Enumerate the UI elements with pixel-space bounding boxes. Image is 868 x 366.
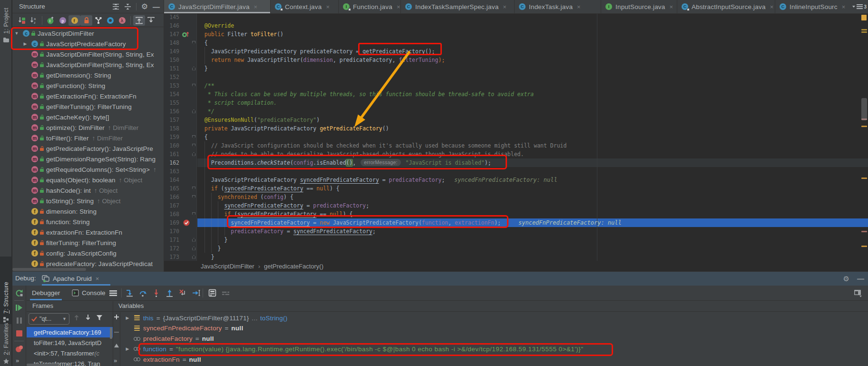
close-icon[interactable]: × (96, 275, 99, 282)
structure-node-javascriptdimfilter-string-string-ex[interactable]: mJavaScriptDimFilter(String, String, Ex (12, 59, 164, 70)
autoscroll-from-source-icon[interactable] (145, 15, 157, 26)
sort-by-visibility-icon[interactable] (16, 15, 28, 26)
structure-node-dimension-string[interactable]: fdimension: String (12, 206, 164, 217)
variable-row-this[interactable]: ▶this={JavaScriptDimFilter@11171} … toSt… (121, 313, 868, 323)
editor-tab-indextasksamplerspec-java[interactable]: CIndexTaskSamplerSpec.java× (401, 0, 515, 13)
breakpoint-hit-icon[interactable] (183, 219, 190, 226)
show-non-public-icon[interactable] (80, 15, 92, 26)
more-icon[interactable]: » (16, 357, 18, 364)
show-properties-icon[interactable]: p (57, 15, 68, 26)
fold-marker-icon[interactable] (192, 144, 195, 148)
expand-arrow-icon[interactable]: ▶ (125, 316, 130, 320)
show-execution-point-icon[interactable] (126, 289, 134, 297)
run-to-cursor-icon[interactable] (192, 289, 200, 297)
hidden-tabs-button[interactable]: 3 (850, 0, 867, 13)
show-fields-icon[interactable]: f (68, 15, 80, 26)
structure-node-optimize-dimfilter[interactable]: moptimize(): DimFilter↑ DimFilter (12, 122, 164, 133)
tab-debugger[interactable]: Debugger (32, 286, 60, 300)
variable-row-function[interactable]: ▶function="function(value) {java.lang.Ru… (121, 344, 868, 354)
up-triangle-icon[interactable] (114, 343, 119, 348)
stop-icon[interactable] (15, 329, 23, 337)
close-icon[interactable]: × (397, 3, 400, 10)
editor-tab-indextask-java[interactable]: CIndexTask.java× (515, 0, 601, 13)
stripe-button-favorites[interactable]: 2: Favorites (0, 328, 12, 366)
close-icon[interactable]: × (842, 3, 846, 10)
error-stripe-mark[interactable] (861, 246, 867, 247)
sort-alphabetically-icon[interactable]: az (28, 15, 39, 26)
frame-row-2[interactable]: toFilter:149, JavaScriptD (27, 337, 113, 348)
fold-marker-icon[interactable] (192, 255, 195, 259)
step-over-icon[interactable] (139, 289, 147, 297)
expanded-arrow-icon[interactable]: ▼ (14, 31, 19, 36)
fold-marker-icon[interactable] (192, 41, 195, 45)
structure-node-hashcode-int[interactable]: mhashCode(): int↑ Object (12, 185, 164, 196)
fold-marker-icon[interactable] (192, 238, 195, 242)
show-inherited-icon[interactable]: I (45, 15, 57, 26)
fold-marker-icon[interactable] (192, 195, 195, 199)
inspections-indicator[interactable] (861, 15, 867, 20)
thread-selector-dropdown[interactable]: "qt... ▼ (29, 313, 69, 325)
restore-layout-icon[interactable] (854, 289, 862, 297)
close-icon[interactable]: × (326, 3, 330, 10)
close-icon[interactable]: × (503, 3, 507, 10)
stripe-button-project[interactable]: 1: Project (0, 1, 12, 45)
editor-tab-context-java[interactable]: CContext.java× (271, 0, 339, 13)
structure-node-predicatefactory-javascriptpredicat[interactable]: fpredicateFactory: JavaScriptPredicat (12, 258, 164, 267)
editor-tab-inlineinputsourc[interactable]: CInlineInputSourc× (775, 0, 855, 13)
frame-row-3[interactable]: <init>:57, Transformer (c (27, 348, 113, 358)
fold-marker-icon[interactable] (192, 212, 195, 216)
breadcrumb-method[interactable]: getPredicateFactory() (264, 263, 323, 270)
structure-node-getfunction-string[interactable]: mgetFunction(): String (12, 80, 164, 91)
hide-icon[interactable]: — (153, 3, 160, 11)
editor-tab-function-java[interactable]: IFunction.java× (339, 0, 401, 13)
structure-node-getextractionfn-extractionfn[interactable]: mgetExtractionFn(): ExtractionFn (12, 91, 164, 101)
structure-node-getdimensionrangeset-string-rang[interactable]: mgetDimensionRangeSet(String): Rang (12, 154, 164, 164)
pause-icon[interactable] (15, 317, 23, 325)
rerun-icon[interactable] (15, 289, 23, 297)
editor-tab-abstractinputsource-java[interactable]: CAbstractInputSource.java× (677, 0, 775, 13)
editor-tab-inputsource-java[interactable]: IInputSource.java× (601, 0, 677, 13)
down-icon[interactable] (85, 314, 91, 321)
hide-icon[interactable]: — (857, 275, 864, 283)
structure-node-getfiltertuning-filtertuning[interactable]: mgetFilterTuning(): FilterTuning (12, 101, 164, 112)
debug-session-tab[interactable]: Apache Druid × (42, 272, 110, 286)
structure-node-config-javascriptconfig[interactable]: fconfig: JavaScriptConfig (12, 248, 164, 258)
collapse-all-icon[interactable] (124, 3, 131, 10)
settings-gear-icon[interactable]: ⚙ (141, 3, 148, 10)
resume-icon[interactable] (15, 304, 23, 312)
editor-scrollbar-thumb[interactable] (861, 98, 867, 120)
drop-frame-icon[interactable] (179, 289, 187, 297)
structure-node-function-string[interactable]: ffunction: String (12, 217, 164, 227)
evaluate-expression-icon[interactable] (208, 289, 216, 297)
structure-node-getpredicatefactory-javascriptpre[interactable]: mgetPredicateFactory(): JavaScriptPre (12, 143, 164, 154)
structure-node-getdimension-string[interactable]: mgetDimension(): String (12, 70, 164, 80)
code-editor[interactable]: 1451461471481491501511521531541551561571… (164, 14, 868, 261)
autoscroll-to-source-icon[interactable] (133, 15, 145, 26)
close-icon[interactable]: × (770, 3, 774, 10)
frames-horizontal-scrollbar[interactable] (27, 364, 59, 366)
editor-gutter[interactable]: 1451461471481491501511521531541551561571… (164, 14, 197, 261)
editor-tab-javascriptdimfilter-java[interactable]: CJavaScriptDimFilter.java× (164, 0, 271, 13)
close-icon[interactable]: × (254, 3, 258, 10)
variable-row-syncedFnPredicateFactory[interactable]: ▶syncedFnPredicateFactory=null (121, 323, 868, 334)
fold-marker-icon[interactable] (192, 67, 195, 70)
structure-node-javascriptpredicatefactory[interactable]: ▶cJavaScriptPredicateFactory (12, 39, 164, 49)
step-out-icon[interactable] (166, 289, 174, 297)
structure-node-tostring-string[interactable]: mtoString(): String↑ Object (12, 196, 164, 206)
close-icon[interactable]: × (577, 3, 581, 10)
fold-marker-icon[interactable] (192, 109, 195, 113)
fold-marker-icon[interactable] (192, 152, 195, 156)
filter-funnel-icon[interactable] (96, 315, 103, 321)
settings-gear-icon[interactable]: ⚙ (843, 275, 849, 283)
show-interfaces-icon[interactable] (104, 15, 116, 26)
more-icon[interactable]: » (114, 357, 116, 364)
structure-node-javascriptdimfilter[interactable]: ▼cJavaScriptDimFilter (12, 28, 164, 39)
fold-marker-icon[interactable] (192, 187, 195, 190)
mute-breakpoints-icon[interactable] (15, 345, 23, 353)
error-stripe-mark[interactable] (861, 29, 867, 30)
structure-node-filtertuning-filtertuning[interactable]: ffilterTuning: FilterTuning (12, 237, 164, 248)
structure-node-tofilter-filter[interactable]: mtoFilter(): Filter↑ DimFilter (12, 133, 164, 143)
structure-node-equals-object-boolean[interactable]: mequals(Object): boolean↑ Object (12, 175, 164, 185)
horizontal-scrollbar[interactable] (12, 268, 86, 271)
overriding-method-icon[interactable] (182, 31, 189, 38)
